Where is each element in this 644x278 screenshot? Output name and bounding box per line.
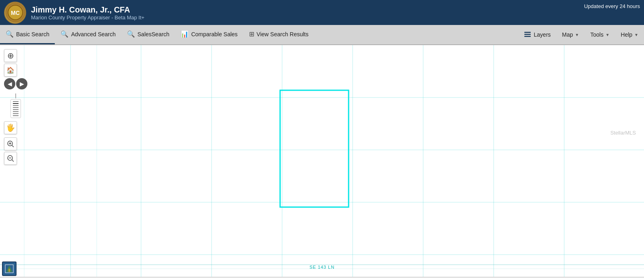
nav-layers-label: Layers [534,31,551,38]
nav-sales-search-label: SalesSearch [137,31,169,37]
nav-spacer [314,25,518,44]
zoom-tick-2 [13,103,19,104]
navbar: 🔍 Basic Search 🔍 Advanced Search 🔍 Sales… [0,25,644,45]
zoom-out-button[interactable] [4,152,17,165]
nav-advanced-search-label: Advanced Search [71,31,116,37]
header: MC Jimmy H. Cowan, Jr., CFA Marion Count… [0,0,644,25]
search-icon-3: 🔍 [127,30,135,38]
help-dropdown-arrow: ▼ [634,33,638,37]
street-label: SE 143 LN [310,265,334,270]
svg-line-27 [12,160,14,162]
next-button[interactable]: ▶ [16,78,27,89]
chart-icon: 📊 [181,30,189,38]
logo-image: MC [5,2,25,23]
search-icon: 🔍 [6,30,14,38]
nav-layers[interactable]: Layers [518,25,557,44]
zoom-tick-4 [13,107,19,108]
map-dropdown-arrow: ▼ [575,33,579,37]
minimap-button[interactable] [2,261,17,276]
svg-text:MC: MC [11,10,20,16]
zoom-bar[interactable] [10,99,21,118]
zoom-in-button[interactable] [4,137,17,150]
zoom-tick-1 [13,101,19,102]
pan-button[interactable]: 🖐 [4,121,17,134]
tools-dropdown-arrow: ▼ [605,33,609,37]
nav-tools-label: Tools [590,31,604,38]
svg-rect-4 [524,36,531,37]
header-subtitle: Marion County Property Appraiser - Beta … [31,15,640,21]
crosshair-button[interactable]: ⊕ [4,49,17,62]
zoom-tick-8 [13,115,19,116]
svg-rect-19 [280,90,349,207]
svg-line-23 [12,145,14,147]
nav-arrows: ◀ ▶ [4,78,27,89]
grid-icon: ⊞ [249,30,254,38]
nav-view-search-results[interactable]: ⊞ View Search Results [243,25,314,44]
prev-button[interactable]: ◀ [4,78,15,89]
nav-help[interactable]: Help ▼ [615,25,644,44]
map-controls: ⊕ 🏠 ◀ ▶ 🖐 [4,49,27,165]
home-button[interactable]: 🏠 [4,64,17,77]
nav-map-label: Map [562,31,573,38]
logo: MC [4,2,26,24]
nav-basic-search[interactable]: 🔍 Basic Search [0,25,55,44]
nav-tools[interactable]: Tools ▼ [585,25,615,44]
nav-view-search-results-label: View Search Results [257,31,309,37]
nav-comparable-sales[interactable]: 📊 Comparable Sales [175,25,243,44]
zoom-control [4,93,27,118]
map-grid [0,45,644,277]
svg-rect-3 [524,34,531,35]
layers-icon [524,31,531,38]
header-title: Jimmy H. Cowan, Jr., CFA [31,5,640,15]
zoom-tick-3 [13,105,19,106]
svg-rect-31 [8,269,10,272]
map-container[interactable]: ⊕ 🏠 ◀ ▶ 🖐 [0,45,644,277]
map-watermark: StellarMLS [610,130,636,136]
search-icon-2: 🔍 [60,30,69,38]
header-text: Jimmy H. Cowan, Jr., CFA Marion County P… [31,5,640,21]
nav-advanced-search[interactable]: 🔍 Advanced Search [55,25,121,44]
zoom-tick-7 [13,113,19,114]
zoom-tick-5 [13,109,19,110]
zoom-tick-6 [13,111,19,112]
nav-map[interactable]: Map ▼ [557,25,585,44]
svg-rect-2 [524,32,531,33]
nav-sales-search[interactable]: 🔍 SalesSearch [121,25,175,44]
zoom-tick-top [15,93,16,98]
nav-basic-search-label: Basic Search [16,31,49,37]
header-update: Updated every 24 hours [584,3,640,9]
nav-help-label: Help [621,31,632,38]
nav-right: Layers Map ▼ Tools ▼ Help ▼ [518,25,644,44]
nav-comparable-sales-label: Comparable Sales [191,31,237,37]
